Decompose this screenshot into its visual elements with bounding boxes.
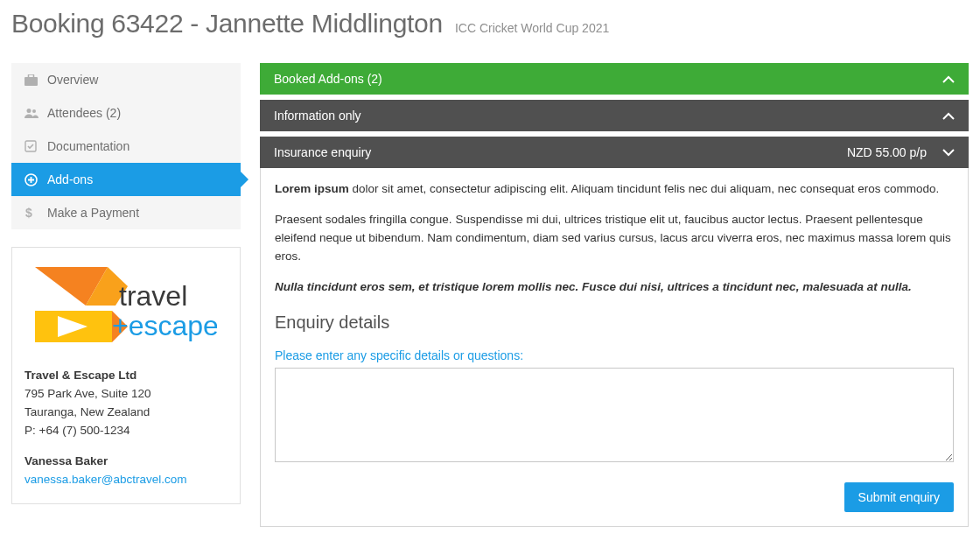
svg-point-3 (32, 109, 36, 113)
panel-insurance-header[interactable]: Insurance enquiry NZD 55.00 p/p (260, 137, 969, 168)
logo-text-1: travel (119, 280, 187, 312)
sidebar-nav: Overview Attendees (2) Documentation Add… (11, 63, 241, 229)
sidebar-item-label: Add-ons (47, 172, 93, 186)
insurance-description: Lorem ipsum dolor sit amet, consectetur … (275, 180, 954, 297)
chevron-down-icon (942, 149, 955, 157)
enquiry-heading: Enquiry details (275, 313, 954, 333)
panel-insurance-title: Insurance enquiry (274, 145, 371, 159)
page-subtitle: ICC Cricket World Cup 2021 (455, 21, 609, 35)
panel-booked-title: Booked Add-ons (2) (274, 72, 382, 86)
svg-text:$: $ (25, 207, 32, 220)
panel-insurance-price: NZD 55.00 p/p (847, 145, 927, 159)
desc-lead: Lorem ipsum (275, 182, 349, 195)
enquiry-field-label: Please enter any specific details or que… (275, 348, 954, 362)
sidebar: Overview Attendees (2) Documentation Add… (11, 63, 241, 504)
logo-text-2: +escape (112, 310, 217, 341)
contact-email[interactable]: vanessa.baker@abctravel.com (24, 473, 187, 486)
svg-rect-1 (29, 74, 34, 78)
briefcase-icon (24, 74, 47, 86)
plus-circle-icon (24, 173, 47, 186)
panel-insurance-enquiry: Insurance enquiry NZD 55.00 p/p Lorem ip… (260, 137, 969, 527)
sidebar-item-label: Attendees (2) (47, 106, 121, 120)
contact-addr1: 795 Park Ave, Suite 120 (24, 385, 228, 404)
sidebar-item-overview[interactable]: Overview (11, 63, 241, 96)
contact-person: Vanessa Baker (24, 454, 108, 467)
document-check-icon (24, 140, 47, 152)
sidebar-item-payment[interactable]: $ Make a Payment (11, 196, 241, 229)
page-title: Booking 63422 - Jannette Middlington (11, 9, 443, 39)
contact-card: travel +escape Travel & Escape Ltd 795 P… (11, 247, 241, 504)
panel-info-header[interactable]: Information only (260, 100, 969, 131)
dollar-icon: $ (24, 207, 47, 220)
contact-addr2: Tauranga, New Zealand (24, 404, 228, 422)
desc-rest: dolor sit amet, consectetur adipiscing e… (349, 182, 940, 195)
sidebar-item-attendees[interactable]: Attendees (2) (11, 96, 241, 130)
users-icon (24, 108, 47, 118)
sidebar-item-addons[interactable]: Add-ons (11, 163, 241, 196)
panel-booked-header[interactable]: Booked Add-ons (2) (260, 63, 969, 95)
sidebar-item-label: Documentation (47, 139, 130, 153)
contact-phone: P: +64 (7) 500-1234 (24, 422, 228, 440)
panel-booked-addons: Booked Add-ons (2) (260, 63, 969, 95)
chevron-up-icon (942, 112, 955, 120)
chevron-up-icon (942, 75, 955, 83)
svg-point-2 (27, 109, 32, 113)
desc-para2: Praesent sodales fringilla congue. Suspe… (275, 211, 954, 266)
panel-insurance-body: Lorem ipsum dolor sit amet, consectetur … (260, 168, 969, 527)
contact-logo: travel +escape (24, 260, 228, 355)
sidebar-item-label: Make a Payment (47, 206, 139, 220)
page-header: Booking 63422 - Jannette Middlington ICC… (11, 9, 969, 39)
enquiry-textarea[interactable] (275, 368, 954, 462)
sidebar-item-documentation[interactable]: Documentation (11, 130, 241, 163)
desc-para3: Nulla tincidunt eros sem, et tristique l… (275, 280, 912, 293)
main-content: Booked Add-ons (2) Information only Insu… (260, 63, 969, 532)
panel-info-title: Information only (274, 109, 361, 123)
submit-enquiry-button[interactable]: Submit enquiry (844, 482, 954, 512)
sidebar-item-label: Overview (47, 73, 98, 87)
contact-company: Travel & Escape Ltd (24, 369, 136, 382)
panel-information-only: Information only (260, 100, 969, 131)
